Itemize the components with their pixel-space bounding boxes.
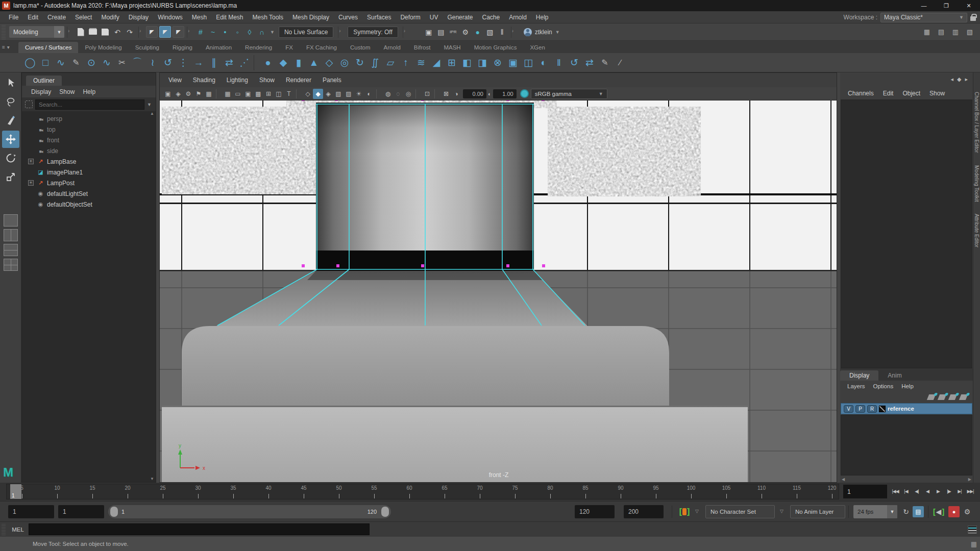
frame-tick[interactable]: 100 — [683, 485, 699, 498]
outliner-item[interactable]: imagePlane1 — [22, 167, 156, 178]
film-gate-icon[interactable]: ▭ — [233, 89, 243, 99]
go-to-start-button[interactable]: |◀◀ — [890, 485, 900, 498]
untrim-icon[interactable]: ◨ — [475, 54, 490, 71]
insert-knot-icon[interactable]: ⋮ — [176, 54, 191, 71]
play-backwards-button[interactable]: ◀ — [922, 485, 933, 498]
motion-blur-icon[interactable]: ◌ — [393, 89, 403, 99]
viewport-menu-item[interactable]: Panels — [317, 74, 347, 86]
nurbs-square-icon[interactable]: □ — [38, 54, 53, 71]
slider-speed-fast-icon[interactable]: ▸ — [965, 76, 968, 83]
range-end-handle[interactable] — [381, 507, 389, 517]
playblast-icon[interactable]: ▤ — [913, 506, 924, 517]
nurbs-cube-icon[interactable]: ◆ — [276, 54, 291, 71]
chevron-down-icon[interactable]: ▼ — [268, 30, 277, 35]
menu-item[interactable]: Help — [531, 11, 553, 23]
project-curve-icon[interactable]: ⊞ — [444, 54, 459, 71]
character-set-dropdown[interactable]: No Character Set — [705, 505, 775, 518]
outliner-item[interactable]: top — [22, 124, 156, 135]
layer-editor-menu-item[interactable]: Help — [897, 380, 918, 392]
outliner-search-input[interactable] — [35, 99, 144, 110]
menu-item[interactable]: Select — [70, 11, 96, 23]
select-component-icon[interactable]: ◤ — [173, 26, 184, 38]
outliner-item[interactable]: + LampBase — [22, 156, 156, 167]
separator[interactable] — [415, 89, 420, 98]
open-close-curve-icon[interactable]: ↺ — [160, 54, 176, 71]
frame-tick[interactable]: 105 — [719, 485, 734, 498]
channelbox-menu-item[interactable]: Edit — [878, 87, 898, 99]
scale-tool[interactable] — [2, 168, 19, 186]
menu-item[interactable]: Modify — [96, 11, 124, 23]
menu-item[interactable]: Edit Mesh — [211, 11, 248, 23]
animation-preferences-icon[interactable]: ⚙ — [962, 506, 973, 517]
attach-curves-icon[interactable]: ⌒ — [130, 54, 145, 71]
grid-icon[interactable]: ▦ — [971, 540, 977, 548]
nurbs-cylinder-icon[interactable]: ▮ — [291, 54, 306, 71]
render-settings-icon[interactable]: ⚙ — [459, 26, 472, 38]
menu-item[interactable]: Curves — [334, 11, 362, 23]
shelf-tab[interactable]: Rendering — [238, 42, 279, 53]
select-hierarchy-icon[interactable]: ◤ — [146, 26, 158, 38]
surface-slash-icon[interactable]: ∕ — [612, 54, 628, 71]
new-scene-icon[interactable] — [75, 26, 87, 38]
shelf-tab[interactable]: Motion Graphics — [468, 42, 524, 53]
hypershade-icon[interactable]: ● — [472, 26, 484, 38]
render-setup-icon[interactable]: ▧ — [484, 26, 496, 38]
textured-icon[interactable]: ▧ — [333, 89, 344, 99]
scroll-right-icon[interactable]: ▶ — [968, 477, 971, 482]
user-account-dropdown[interactable]: ztklein ▼ — [524, 28, 560, 36]
menu-item[interactable]: UV — [425, 11, 443, 23]
ipr-render-icon[interactable]: IPR — [447, 26, 459, 38]
scroll-up-icon[interactable]: ▲ — [149, 111, 155, 116]
reverse-curve-icon[interactable]: ⇄ — [222, 54, 237, 71]
viewport-menu-item[interactable]: Renderer — [280, 74, 317, 86]
frame-tick[interactable]: 70 — [472, 485, 487, 498]
drag-handle[interactable] — [2, 25, 6, 39]
safe-title-icon[interactable]: T — [284, 89, 294, 99]
shadows-icon[interactable]: ◐ — [364, 89, 374, 99]
bezier-curve-icon[interactable]: ∿ — [99, 54, 114, 71]
live-surface-field[interactable]: No Live Surface — [279, 27, 333, 38]
grid-icon[interactable]: ▦ — [223, 89, 233, 99]
range-start-handle[interactable] — [110, 507, 118, 517]
animation-end-field[interactable]: 200 — [624, 505, 664, 518]
menu-item[interactable]: Deform — [396, 11, 425, 23]
viewport-menu-item[interactable]: Show — [254, 74, 280, 86]
frame-tick[interactable]: 40 — [261, 485, 276, 498]
viewport-menu-item[interactable]: View — [163, 74, 187, 86]
frame-tick[interactable]: 35 — [226, 485, 241, 498]
colorspace-dropdown[interactable]: sRGB gamma▼ — [531, 89, 607, 99]
group-separator[interactable] — [403, 27, 408, 38]
viewport-menu-item[interactable]: Shading — [187, 74, 221, 86]
outliner-menu-item[interactable]: Help — [79, 86, 100, 98]
outliner-tab[interactable]: Outliner — [26, 76, 62, 86]
move-layer-up-icon[interactable] — [927, 394, 936, 400]
lasso-tool[interactable] — [2, 93, 19, 110]
shelf-tab[interactable]: Bifrost — [407, 42, 437, 53]
add-points-icon[interactable]: ⋰ — [237, 54, 252, 71]
separator[interactable] — [254, 55, 259, 70]
channelbox-menu-item[interactable]: Channels — [843, 87, 878, 99]
menu-item[interactable]: Windows — [153, 11, 187, 23]
paint-select-tool[interactable] — [2, 112, 19, 129]
layer-playback-toggle[interactable]: P — [855, 405, 865, 413]
frame-tick[interactable]: 45 — [296, 485, 311, 498]
close-button[interactable]: ✕ — [958, 0, 980, 11]
outliner-item[interactable]: persp — [22, 113, 156, 124]
menu-item[interactable]: File — [4, 11, 23, 23]
ui-toggle-panels-icon[interactable]: ▦ — [921, 26, 933, 38]
expand-icon[interactable]: + — [28, 180, 34, 186]
camera-attributes-icon[interactable]: ⚙ — [183, 89, 193, 99]
new-layer-from-selected-icon[interactable] — [959, 394, 968, 400]
frame-tick[interactable]: 25 — [155, 485, 170, 498]
frame-tick[interactable]: 95 — [648, 485, 664, 498]
gamma-field[interactable]: 1.00 — [493, 89, 517, 98]
frame-tick[interactable]: 60 — [402, 485, 417, 498]
make-live-icon[interactable]: ∩ — [256, 26, 268, 38]
frame-tick[interactable]: 65 — [437, 485, 452, 498]
image-plane-icon[interactable]: ▦ — [204, 89, 214, 99]
detach-surfaces-icon[interactable]: ◫ — [521, 54, 536, 71]
layout-single-pane-button[interactable] — [4, 214, 18, 227]
expand-icon[interactable]: + — [28, 159, 34, 164]
anti-alias-icon[interactable]: ◎ — [403, 89, 413, 99]
render-frame-icon[interactable]: ▤ — [435, 26, 447, 38]
